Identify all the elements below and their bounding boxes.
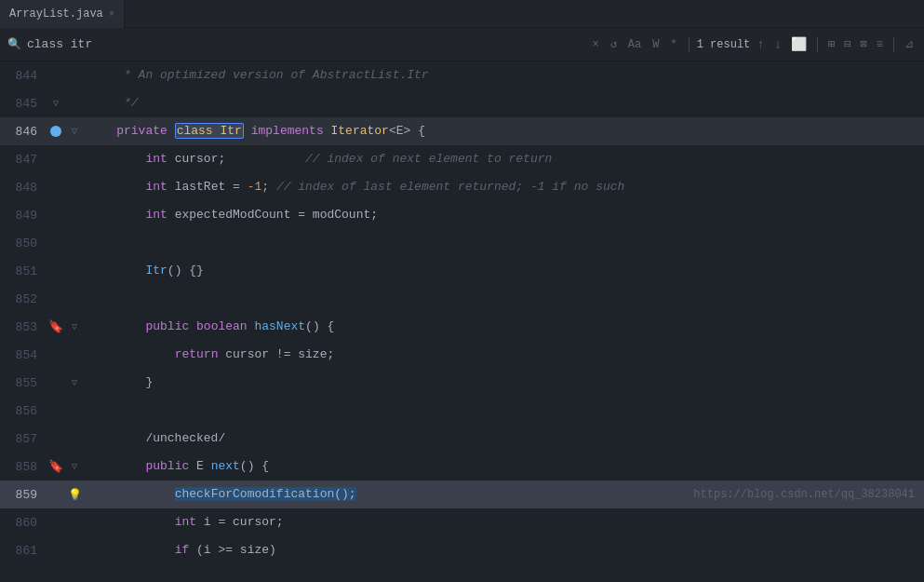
- code-content: /unchecked/: [84, 425, 924, 453]
- code-content: if (i >= size): [84, 536, 924, 564]
- replace-button[interactable]: ↺: [607, 36, 621, 52]
- fold-icon[interactable]: ▽: [72, 377, 77, 388]
- search-divider2: [817, 37, 818, 52]
- extra-btn3[interactable]: ⊠: [858, 36, 870, 52]
- line-number: 845: [0, 97, 47, 111]
- result-count: 1 result: [697, 38, 751, 51]
- table-row: 857 /unchecked/: [0, 425, 924, 453]
- code-area: 844 * An optimized version of AbstractLi…: [0, 61, 924, 582]
- tab-close-button[interactable]: ×: [109, 8, 115, 20]
- tab-bar: ArrayList.java ×: [0, 0, 924, 28]
- fold-icon[interactable]: ▽: [72, 126, 77, 137]
- code-content: * An optimized version of AbstractList.I…: [84, 61, 924, 89]
- code-content: Itr() {}: [84, 257, 924, 285]
- table-row: 853 🔖 ▽ public boolean hasNext() {: [0, 313, 924, 341]
- bookmark-icon2: 🔖: [48, 459, 63, 474]
- line-number: 849: [0, 209, 47, 223]
- search-input[interactable]: [27, 37, 583, 51]
- table-row: 852: [0, 285, 924, 313]
- search-icon: 🔍: [7, 37, 21, 51]
- fold-icon[interactable]: ▽: [72, 461, 77, 472]
- line-number: 860: [0, 516, 47, 530]
- line-number: 844: [0, 69, 47, 83]
- table-row: 858 🔖 ▽ public E next() {: [0, 453, 924, 480]
- close-search-button[interactable]: ×: [588, 37, 602, 52]
- gutter2: ▽: [65, 126, 84, 137]
- line-number: 859: [0, 488, 47, 502]
- code-content: public boolean hasNext() {: [84, 313, 924, 341]
- select-all-button[interactable]: ⬜: [788, 36, 810, 52]
- gutter2: ▽: [65, 461, 84, 472]
- gutter: 🔖: [47, 459, 65, 474]
- search-bar: 🔍 × ↺ Aa W * 1 result ↑ ↓ ⬜ ⊞ ⊟ ⊠ ≡ ⊿: [0, 28, 924, 61]
- table-row: 850: [0, 229, 924, 257]
- code-content: int i = cursor;: [84, 508, 924, 536]
- code-content: int expectedModCount = modCount;: [84, 201, 924, 229]
- gutter2: ▽: [65, 321, 84, 332]
- table-row: 861 if (i >= size): [0, 536, 924, 564]
- line-number: 847: [0, 153, 47, 167]
- table-row: 846 ▽ private class Itr implements Itera…: [0, 117, 924, 145]
- gutter: [47, 126, 65, 137]
- line-number: 858: [0, 460, 47, 474]
- table-row: 855 ▽ }: [0, 369, 924, 397]
- line-number: 846: [0, 125, 47, 139]
- code-content: checkForComodification();https://blog.cs…: [84, 480, 924, 508]
- code-content: */: [84, 89, 924, 117]
- gutter2: ▽: [65, 377, 84, 388]
- line-number: 851: [0, 264, 47, 278]
- code-content: return cursor != size;: [84, 341, 924, 369]
- fold-icon[interactable]: ▽: [72, 321, 77, 332]
- search-options: × ↺ Aa W * 1 result ↑ ↓ ⬜ ⊞ ⊟ ⊠ ≡ ⊿: [588, 36, 917, 52]
- table-row: 856: [0, 397, 924, 425]
- light-bulb-icon[interactable]: 💡: [68, 488, 82, 502]
- code-content: [84, 285, 924, 313]
- line-number: 855: [0, 376, 47, 390]
- url-text: https://blog.csdn.net/qq_38238041: [693, 480, 915, 508]
- table-row: 851 Itr() {}: [0, 257, 924, 285]
- table-row: 845 ▽ */: [0, 89, 924, 117]
- gutter: 🔖: [47, 319, 65, 334]
- line-number: 854: [0, 348, 47, 362]
- search-divider: [689, 37, 690, 52]
- line-number: 853: [0, 320, 47, 334]
- extra-btn1[interactable]: ⊞: [825, 36, 837, 52]
- fold-icon[interactable]: ▽: [53, 98, 59, 109]
- code-content: }: [84, 369, 924, 397]
- code-content: int lastRet = -1; // index of last eleme…: [84, 173, 924, 201]
- code-content: int cursor; // index of next element to …: [84, 145, 924, 173]
- line-number: 852: [0, 292, 47, 306]
- line-number: 861: [0, 544, 47, 558]
- whole-word-button[interactable]: W: [649, 37, 663, 52]
- code-content: [84, 229, 924, 257]
- table-row: 844 * An optimized version of AbstractLi…: [0, 61, 924, 89]
- code-content: [84, 397, 924, 425]
- prev-result-button[interactable]: ↑: [754, 37, 767, 52]
- file-tab[interactable]: ArrayList.java ×: [0, 0, 125, 28]
- table-row: 854 return cursor != size;: [0, 341, 924, 369]
- line-number: 856: [0, 404, 47, 418]
- table-row: 847 int cursor; // index of next element…: [0, 145, 924, 173]
- next-result-button[interactable]: ↓: [771, 37, 784, 52]
- line-number: 857: [0, 432, 47, 446]
- table-row: 849 int expectedModCount = modCount;: [0, 201, 924, 229]
- table-row: 859 💡 checkForComodification();https://b…: [0, 480, 924, 508]
- line-number: 848: [0, 181, 47, 195]
- code-content: private class Itr implements Iterator<E>…: [84, 117, 924, 145]
- extra-btn2[interactable]: ⊟: [841, 36, 853, 52]
- extra-btn4[interactable]: ≡: [874, 37, 886, 52]
- line-number: 850: [0, 237, 47, 250]
- table-row: 860 int i = cursor;: [0, 508, 924, 536]
- table-row: 848 int lastRet = -1; // index of last e…: [0, 173, 924, 201]
- match-case-button[interactable]: Aa: [624, 37, 645, 52]
- bookmark-icon: 🔖: [48, 319, 63, 334]
- breakpoint-icon: [50, 126, 61, 137]
- code-content: public E next() {: [84, 453, 924, 480]
- filter-button[interactable]: ⊿: [902, 36, 917, 52]
- search-divider3: [893, 37, 894, 52]
- gutter: ▽: [47, 98, 65, 109]
- gutter2: 💡: [65, 488, 84, 502]
- tab-filename: ArrayList.java: [9, 7, 103, 20]
- regex-button[interactable]: *: [666, 37, 680, 52]
